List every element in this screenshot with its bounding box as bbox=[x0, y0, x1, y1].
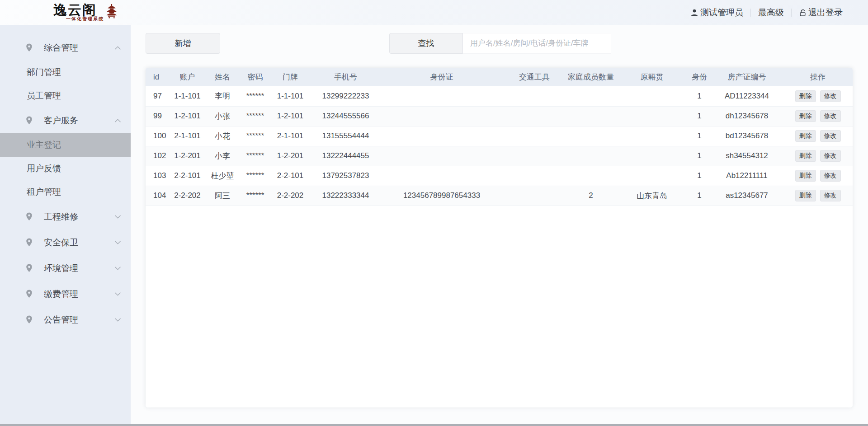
cell-name: 小张 bbox=[204, 106, 241, 126]
location-pin-icon bbox=[25, 289, 33, 299]
chevron-down-icon bbox=[115, 267, 121, 270]
sidebar-item-员工管理[interactable]: 员工管理 bbox=[0, 84, 131, 108]
sidebar-item-label: 客户服务 bbox=[44, 115, 78, 126]
cell-name: 阿三 bbox=[204, 186, 241, 206]
app-logo: 逸云阁 一体化管理系统 bbox=[53, 3, 118, 22]
edit-button[interactable]: 修改 bbox=[820, 170, 841, 182]
cell-family_members bbox=[566, 126, 616, 146]
cell-origin bbox=[616, 126, 688, 146]
add-button[interactable]: 新增 bbox=[146, 33, 220, 54]
table-header-row: id账户姓名密码门牌手机号身份证交通工具家庭成员数量原籍贯身份房产证编号操作 bbox=[146, 68, 853, 86]
delete-button[interactable]: 删除 bbox=[795, 90, 816, 102]
sidebar-item-label: 部门管理 bbox=[27, 66, 61, 78]
sidebar-item-部门管理[interactable]: 部门管理 bbox=[0, 61, 131, 84]
sidebar-item-缴费管理[interactable]: 缴费管理 bbox=[0, 281, 131, 307]
delete-button[interactable]: 删除 bbox=[795, 190, 816, 201]
sidebar-item-安全保卫[interactable]: 安全保卫 bbox=[0, 229, 131, 255]
horizontal-scrollbar[interactable] bbox=[0, 424, 868, 426]
table-row: 1002-1-101小花******2-1-101131555544441bd1… bbox=[146, 126, 853, 146]
cell-phone: 13792537823 bbox=[311, 166, 381, 186]
sidebar-item-综合管理[interactable]: 综合管理 bbox=[0, 35, 131, 61]
cell-property_cert: AD11223344 bbox=[711, 86, 783, 106]
cell-property_cert: Ab12211111 bbox=[711, 166, 783, 186]
edit-button[interactable]: 修改 bbox=[820, 150, 841, 162]
cell-account: 2-2-101 bbox=[170, 166, 204, 186]
sidebar-item-label: 员工管理 bbox=[27, 90, 61, 102]
edit-button[interactable]: 修改 bbox=[820, 130, 841, 142]
column-header-家庭成员数量: 家庭成员数量 bbox=[566, 68, 616, 86]
sidebar-item-label: 工程维修 bbox=[44, 211, 78, 223]
column-header-手机号: 手机号 bbox=[311, 68, 381, 86]
search-button[interactable]: 查找 bbox=[389, 33, 463, 54]
chevron-up-icon bbox=[115, 46, 121, 50]
cell-id: 99 bbox=[146, 106, 170, 126]
cell-door: 1-2-101 bbox=[270, 106, 311, 126]
cell-id: 100 bbox=[146, 126, 170, 146]
sidebar-item-工程维修[interactable]: 工程维修 bbox=[0, 204, 131, 229]
column-header-密码: 密码 bbox=[241, 68, 270, 86]
cell-phone: 13244555566 bbox=[311, 106, 381, 126]
delete-button[interactable]: 删除 bbox=[795, 170, 816, 182]
cell-family_members bbox=[566, 106, 616, 126]
cell-id_card bbox=[381, 146, 503, 166]
cell-family_members bbox=[566, 86, 616, 106]
cell-family_members bbox=[566, 166, 616, 186]
chevron-up-icon bbox=[115, 119, 121, 122]
cell-phone: 13155554444 bbox=[311, 126, 381, 146]
chevron-down-icon bbox=[115, 241, 121, 244]
sidebar-item-公告管理[interactable]: 公告管理 bbox=[0, 307, 131, 332]
cell-door: 2-1-101 bbox=[270, 126, 311, 146]
cell-property_cert: sh34554312 bbox=[711, 146, 783, 166]
column-header-账户: 账户 bbox=[170, 68, 204, 86]
sidebar-item-客户服务[interactable]: 客户服务 bbox=[0, 108, 131, 133]
edit-button[interactable]: 修改 bbox=[820, 110, 841, 122]
cell-origin bbox=[616, 86, 688, 106]
cell-identity: 1 bbox=[688, 106, 711, 126]
cell-door: 2-2-101 bbox=[270, 166, 311, 186]
cell-id: 97 bbox=[146, 86, 170, 106]
current-user[interactable]: 测试管理员 bbox=[683, 7, 750, 18]
pagoda-icon bbox=[106, 4, 118, 19]
owners-table: id账户姓名密码门牌手机号身份证交通工具家庭成员数量原籍贯身份房产证编号操作 9… bbox=[146, 68, 853, 206]
cell-password: ****** bbox=[241, 86, 270, 106]
cell-password: ****** bbox=[241, 126, 270, 146]
cell-account: 1-1-101 bbox=[170, 86, 204, 106]
cell-actions: 删除修改 bbox=[783, 166, 853, 186]
cell-account: 1-2-201 bbox=[170, 146, 204, 166]
column-header-姓名: 姓名 bbox=[204, 68, 241, 86]
search-input[interactable] bbox=[463, 33, 611, 54]
column-header-原籍贯: 原籍贯 bbox=[616, 68, 688, 86]
top-header: 逸云阁 一体化管理系统 bbox=[0, 0, 868, 25]
cell-identity: 1 bbox=[688, 126, 711, 146]
sidebar-item-label: 公告管理 bbox=[44, 314, 78, 326]
cell-vehicle bbox=[503, 166, 566, 186]
cell-id_card bbox=[381, 126, 503, 146]
cell-account: 1-2-101 bbox=[170, 106, 204, 126]
table-row: 971-1-101李明******1-1-101132992222331AD11… bbox=[146, 86, 853, 106]
cell-identity: 1 bbox=[688, 186, 711, 206]
sidebar-item-环境管理[interactable]: 环境管理 bbox=[0, 255, 131, 281]
cell-actions: 删除修改 bbox=[783, 106, 853, 126]
sidebar-item-租户管理[interactable]: 租户管理 bbox=[0, 180, 131, 204]
sidebar-item-label: 安全保卫 bbox=[44, 237, 78, 248]
edit-button[interactable]: 修改 bbox=[820, 90, 841, 102]
column-header-身份证: 身份证 bbox=[381, 68, 503, 86]
column-header-身份: 身份 bbox=[688, 68, 711, 86]
cell-id_card bbox=[381, 86, 503, 106]
user-icon bbox=[690, 9, 698, 17]
cell-password: ****** bbox=[241, 186, 270, 206]
cell-property_cert: as12345677 bbox=[711, 186, 783, 206]
sidebar-item-业主登记[interactable]: 业主登记 bbox=[0, 133, 131, 157]
column-header-门牌: 门牌 bbox=[270, 68, 311, 86]
location-pin-icon bbox=[25, 43, 33, 53]
cell-name: 杜少堃 bbox=[204, 166, 241, 186]
cell-account: 2-2-202 bbox=[170, 186, 204, 206]
sidebar-item-用户反馈[interactable]: 用户反馈 bbox=[0, 157, 131, 180]
logout-button[interactable]: 退出登录 bbox=[792, 7, 850, 18]
delete-button[interactable]: 删除 bbox=[795, 150, 816, 162]
delete-button[interactable]: 删除 bbox=[795, 110, 816, 122]
edit-button[interactable]: 修改 bbox=[820, 190, 841, 201]
chevron-down-icon bbox=[115, 318, 121, 322]
cell-password: ****** bbox=[241, 106, 270, 126]
delete-button[interactable]: 删除 bbox=[795, 130, 816, 142]
